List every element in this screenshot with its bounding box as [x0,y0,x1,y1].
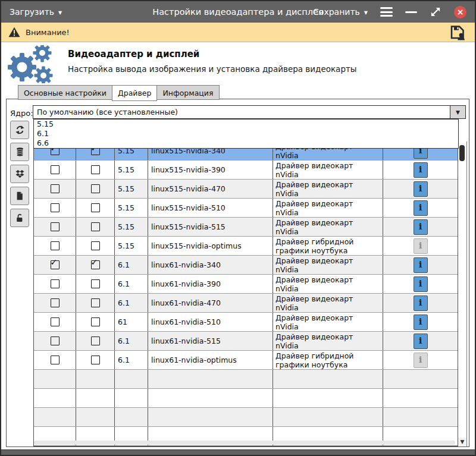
extra-checkbox[interactable] [91,356,100,364]
extra-checkbox[interactable] [91,203,100,212]
horizontal-scrollbar[interactable] [34,441,455,445]
empty-cell [273,370,383,388]
packages-icon [15,169,25,179]
driver-row[interactable]: 61linux61-nvidia-510Драйвер видеокарт nV… [34,313,458,332]
driver-row[interactable]: 5.15linux515-nvidia-510Драйвер видеокарт… [34,199,458,218]
info-button[interactable]: i [414,200,428,216]
kernel-combobox[interactable]: По умолчанию (все установленные) ▼ [33,105,466,119]
scrollbar-down-button[interactable]: ▼ [458,438,466,446]
driver-name: linux515-nvidia-390 [151,165,226,174]
driver-name-cell: linux515-nvidia-515 [148,218,273,236]
save-menu-button[interactable]: Сохранить ▼ [313,7,368,17]
install-checkbox[interactable] [51,298,60,307]
info-button[interactable]: i [414,334,428,349]
info-button[interactable]: i [414,162,428,178]
extra-checkbox[interactable] [91,222,100,231]
menu-button[interactable] [380,6,393,18]
extra-checkbox[interactable] [91,337,100,345]
empty-cell [115,370,148,388]
scrollbar-thumb[interactable] [459,145,465,161]
driver-name: linux515-nvidia-optimus [151,241,242,250]
install-checkbox[interactable] [51,337,60,345]
tab-general[interactable]: Основные настройки [18,85,112,100]
install-cell [34,294,76,312]
driver-row[interactable]: 6.1linux61-nvidia-optimusДрайвер гибридн… [34,351,458,370]
packages-button[interactable] [10,165,29,183]
action-cell: i [383,199,458,217]
extra-checkbox[interactable] [91,279,100,288]
action-cell: i [383,256,458,274]
kernel-option[interactable]: 6.6 [34,139,458,148]
extra-cell [76,313,115,331]
expand-button[interactable] [430,6,441,18]
close-button[interactable]: × [454,6,466,18]
install-checkbox[interactable] [51,184,60,193]
extra-checkbox[interactable] [91,184,100,193]
extra-checkbox[interactable] [91,298,100,307]
install-checkbox[interactable] [51,241,60,250]
kernel-option[interactable]: 5.15 [34,119,458,129]
install-checkbox-checked[interactable]: ✓ [51,260,60,269]
extra-checkbox[interactable] [91,165,100,174]
info-button[interactable]: i [414,219,428,235]
driver-row[interactable]: 5.15linux515-nvidia-515Драйвер видеокарт… [34,218,458,237]
driver-row[interactable]: 6.1linux61-nvidia-390Драйвер видеокарт n… [34,275,458,294]
driver-description: Драйвер гибридной графики ноутбука [275,351,365,369]
driver-row[interactable]: 5.15linux515-nvidia-390Драйвер видеокарт… [34,161,458,180]
kernel-version-cell: 6.1 [115,256,148,274]
action-cell: i [383,161,458,179]
kernel-version: 6.1 [118,356,130,364]
tab-driver[interactable]: Драйвер [112,85,157,101]
driver-row[interactable]: 5.15linux515-nvidia-optimusДрайвер гибри… [34,237,458,256]
install-checkbox[interactable] [51,203,60,212]
extra-checkbox[interactable] [91,317,100,326]
extra-cell [76,199,115,217]
kernel-label: Ядро: [10,109,33,118]
install-checkbox[interactable] [51,165,60,174]
action-cell: i [383,180,458,198]
action-cell: i [383,294,458,312]
driver-description-cell: Драйвер видеокарт nVidia [273,313,383,331]
install-checkbox[interactable] [51,222,60,231]
info-button[interactable]: i [414,295,428,311]
driver-row[interactable]: 6.1linux61-nvidia-515Драйвер видеокарт n… [34,332,458,351]
extra-checkbox[interactable] [91,241,100,250]
install-checkbox[interactable] [51,279,60,288]
driver-name-cell: linux515-nvidia-390 [148,161,273,179]
action-cell: i [383,313,458,331]
info-button[interactable]: i [414,181,428,197]
chevron-down-icon: ▼ [364,9,368,15]
kernel-option[interactable]: 6.1 [34,129,458,139]
unlock-button[interactable] [10,209,29,227]
install-checkbox[interactable] [51,356,60,364]
empty-cell [115,389,148,407]
kernel-combobox-value: По умолчанию (все установленные) [37,108,178,117]
file-button[interactable] [10,187,29,205]
kernel-version: 5.15 [118,203,134,212]
load-menu-button[interactable]: Загрузить ▼ [10,7,62,17]
vertical-scrollbar[interactable]: ▼ [458,141,467,446]
info-button[interactable]: i [414,276,428,292]
info-button[interactable]: i [414,257,428,273]
kernel-version-cell: 5.15 [115,161,148,179]
driver-row[interactable]: ✓✓6.1linux61-nvidia-340Драйвер видеокарт… [34,256,458,275]
empty-row [34,389,458,408]
extra-checkbox-checked[interactable]: ✓ [91,260,100,269]
tab-info[interactable]: Информация [157,85,219,100]
titlebar: Загрузить ▼ Настройки видеоадаптера и ди… [1,1,475,23]
save-config-button[interactable] [449,24,465,43]
install-cell [34,180,76,198]
driver-description-cell: Драйвер видеокарт nVidia [273,275,383,293]
driver-row[interactable]: 6.1linux61-nvidia-470Драйвер видеокарт n… [34,294,458,313]
driver-row[interactable]: 5.15linux515-nvidia-470Драйвер видеокарт… [34,180,458,199]
extra-cell: ✓ [76,256,115,274]
kernel-combobox-arrow[interactable]: ▼ [450,106,465,118]
install-checkbox[interactable] [51,317,60,326]
minimize-button[interactable] [405,11,417,13]
database-button[interactable] [10,143,29,161]
info-button[interactable]: i [414,315,428,330]
refresh-button[interactable] [10,121,29,139]
driver-description: Драйвер видеокарт nVidia [275,294,365,312]
chevron-down-icon: ▼ [456,109,460,115]
install-cell [34,218,76,236]
